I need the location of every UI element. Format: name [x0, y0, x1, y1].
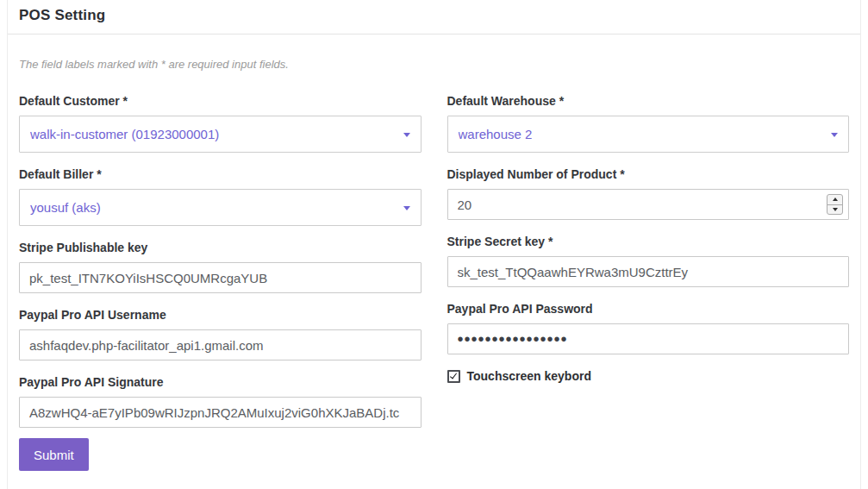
paypal-api-signature-label: Paypal Pro API Signature — [19, 375, 422, 389]
card-body: The field labels marked with * are requi… — [8, 34, 860, 489]
page-title: POS Setting — [19, 7, 105, 23]
caret-down-icon — [403, 206, 410, 210]
check-icon — [449, 371, 456, 379]
required-fields-note: The field labels marked with * are requi… — [19, 58, 849, 71]
touchscreen-keyboard-checkbox[interactable] — [447, 370, 460, 383]
default-biller-label: Default Biller * — [19, 167, 422, 181]
stripe-secret-key-input[interactable] — [447, 256, 850, 287]
default-warehouse-label: Default Warehouse * — [447, 94, 850, 108]
default-customer-select[interactable]: walk-in-customer (01923000001) — [19, 116, 422, 153]
field-paypal-api-signature: Paypal Pro API Signature — [19, 375, 422, 428]
field-default-warehouse: Default Warehouse * warehouse 2 — [447, 94, 850, 153]
stripe-secret-key-label: Stripe Secret key * — [447, 235, 850, 248]
form-column-right: Default Warehouse * warehouse 2 Displaye… — [447, 94, 850, 383]
paypal-api-username-label: Paypal Pro API Username — [19, 308, 422, 322]
number-stepper — [827, 194, 843, 215]
touchscreen-keyboard-label[interactable]: Touchscreen keybord — [467, 369, 591, 383]
field-default-customer: Default Customer * walk-in-customer (019… — [19, 94, 422, 153]
field-paypal-api-username: Paypal Pro API Username — [19, 308, 422, 360]
default-biller-select[interactable]: yousuf (aks) — [19, 189, 422, 226]
submit-button[interactable]: Submit — [19, 438, 89, 471]
form-column-left: Default Customer * walk-in-customer (019… — [19, 94, 422, 428]
displayed-number-wrap — [447, 189, 850, 220]
field-stripe-secret-key: Stripe Secret key * — [447, 235, 850, 287]
field-paypal-api-password: Paypal Pro API Password — [447, 302, 850, 354]
field-default-biller: Default Biller * yousuf (aks) — [19, 167, 422, 226]
displayed-number-label: Displayed Number of Product * — [447, 167, 850, 181]
paypal-api-password-input[interactable] — [447, 323, 850, 354]
field-stripe-publishable-key: Stripe Publishable key — [19, 241, 422, 293]
default-customer-label: Default Customer * — [19, 94, 422, 108]
displayed-number-input[interactable] — [447, 189, 850, 220]
settings-form: Default Customer * walk-in-customer (019… — [19, 94, 849, 428]
paypal-api-signature-input[interactable] — [19, 397, 422, 428]
stepper-up-button[interactable] — [827, 195, 842, 205]
triangle-up-icon — [833, 197, 838, 201]
default-warehouse-select[interactable]: warehouse 2 — [447, 116, 850, 153]
paypal-api-password-label: Paypal Pro API Password — [447, 302, 850, 316]
triangle-down-icon — [833, 208, 838, 211]
stepper-down-button[interactable] — [827, 205, 842, 215]
caret-down-icon — [831, 133, 838, 137]
card-header: POS Setting — [8, 0, 860, 34]
field-displayed-number-of-product: Displayed Number of Product * — [447, 167, 850, 220]
default-customer-value: walk-in-customer (01923000001) — [30, 127, 219, 141]
paypal-api-username-input[interactable] — [19, 329, 422, 360]
field-touchscreen-keyboard: Touchscreen keybord — [447, 369, 850, 383]
caret-down-icon — [403, 133, 410, 137]
stripe-publishable-key-label: Stripe Publishable key — [19, 241, 422, 254]
stripe-publishable-key-input[interactable] — [19, 262, 422, 293]
default-biller-value: yousuf (aks) — [30, 200, 101, 215]
default-warehouse-value: warehouse 2 — [459, 127, 533, 141]
pos-setting-card: POS Setting The field labels marked with… — [7, 0, 861, 489]
